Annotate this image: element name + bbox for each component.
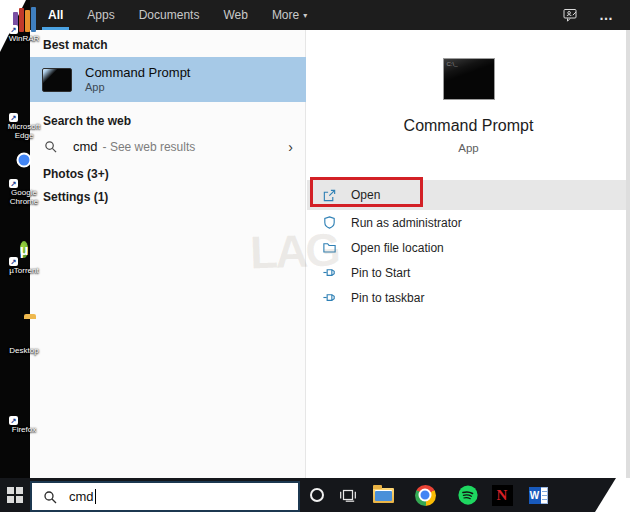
desktop-icon-desktop-folder[interactable]: Desktop xyxy=(2,318,46,355)
chrome-icon xyxy=(415,485,436,506)
best-match-header: Best match xyxy=(43,38,108,52)
action-pin-to-taskbar[interactable]: Pin to taskbar xyxy=(307,285,630,310)
result-command-prompt[interactable]: Command Prompt App xyxy=(30,57,306,102)
pin-icon xyxy=(322,290,339,305)
cortana-icon xyxy=(310,488,324,502)
action-run-as-administrator[interactable]: Run as administrator xyxy=(307,210,630,235)
web-hint-text: - See web results xyxy=(103,140,196,154)
chrome-button[interactable] xyxy=(413,484,437,506)
tab-all[interactable]: All xyxy=(46,0,65,30)
folder-icon xyxy=(322,240,339,255)
search-input-text: cmd xyxy=(69,489,94,504)
tab-list: All Apps Documents Web More▾ xyxy=(30,0,309,30)
tab-documents[interactable]: Documents xyxy=(137,0,202,30)
taskbar: cmd N W xyxy=(0,478,630,512)
shortcut-arrow-icon: ↗ xyxy=(9,25,18,34)
task-view-icon xyxy=(339,487,357,503)
action-label: Pin to Start xyxy=(351,266,410,280)
result-detail-panel: C:\_ Command Prompt App Open Run as admi… xyxy=(307,30,630,478)
settings-group-header[interactable]: Settings (1) xyxy=(43,190,108,204)
start-button[interactable] xyxy=(7,487,23,503)
command-prompt-icon xyxy=(42,68,72,92)
action-list: Open Run as administrator Open file loca… xyxy=(307,180,630,310)
action-pin-to-start[interactable]: Pin to Start xyxy=(307,260,630,285)
utorrent-icon: µ xyxy=(20,241,29,258)
desktop-icon-label: µTorrent xyxy=(2,266,46,275)
word-button[interactable]: W xyxy=(526,484,550,506)
task-view-button[interactable] xyxy=(336,484,360,506)
netflix-button[interactable]: N xyxy=(490,484,514,506)
tab-apps[interactable]: Apps xyxy=(85,0,116,30)
desktop-icon-label: Microsoft Edge xyxy=(2,122,46,140)
text-caret xyxy=(95,489,96,504)
taskbar-search-box[interactable]: cmd xyxy=(30,481,300,512)
action-label: Pin to taskbar xyxy=(351,291,424,305)
desktop-icon-utorrent[interactable]: µ↗ µTorrent xyxy=(2,238,46,275)
search-icon xyxy=(44,140,57,153)
pin-icon xyxy=(322,265,339,280)
cortana-button[interactable] xyxy=(305,484,329,506)
desktop-icon-winrar[interactable]: ↗ WinRAR xyxy=(2,6,46,43)
search-tabs-bar: All Apps Documents Web More▾ … xyxy=(30,0,630,30)
desktop-icon-label: Desktop xyxy=(2,346,46,355)
shield-icon xyxy=(322,215,339,230)
spotify-icon xyxy=(457,484,479,506)
tab-web[interactable]: Web xyxy=(221,0,249,30)
windows-search-flyout-screen: ↗ WinRAR ↗ Microsoft Edge ↗ Google Chrom… xyxy=(0,0,630,512)
shortcut-arrow-icon: ↗ xyxy=(9,179,18,188)
word-icon: W xyxy=(529,487,548,504)
spotify-button[interactable] xyxy=(456,484,480,506)
result-title: Command Prompt xyxy=(85,65,190,81)
action-label: Open xyxy=(351,188,380,202)
photos-group-header[interactable]: Photos (3+) xyxy=(43,167,109,181)
netflix-icon: N xyxy=(492,485,513,506)
detail-subtitle: App xyxy=(307,142,630,154)
chevron-right-icon[interactable]: › xyxy=(288,139,293,155)
command-prompt-icon-large: C:\_ xyxy=(443,58,495,100)
more-options-icon[interactable]: … xyxy=(599,7,614,23)
shortcut-arrow-icon: ↗ xyxy=(9,257,18,266)
action-open-file-location[interactable]: Open file location xyxy=(307,235,630,260)
desktop-icon-edge[interactable]: ↗ Microsoft Edge xyxy=(2,94,46,140)
web-search-result[interactable]: cmd - See web results › xyxy=(30,133,306,160)
open-launch-icon xyxy=(322,188,339,203)
tab-more[interactable]: More▾ xyxy=(270,0,309,30)
search-the-web-header: Search the web xyxy=(43,114,131,128)
shortcut-arrow-icon: ↗ xyxy=(9,113,18,122)
desktop-icon-label: WinRAR xyxy=(2,34,46,43)
search-results-panel: Best match Command Prompt App Search the… xyxy=(30,30,306,478)
feedback-icon[interactable] xyxy=(562,7,579,23)
web-query-text: cmd xyxy=(73,139,98,154)
desktop-icon-chrome[interactable]: ↗ Google Chrome xyxy=(2,160,46,206)
panel-right-edge xyxy=(626,30,630,478)
file-explorer-button[interactable] xyxy=(371,484,395,506)
desktop-background: ↗ WinRAR ↗ Microsoft Edge ↗ Google Chrom… xyxy=(0,0,30,512)
action-label: Open file location xyxy=(351,241,444,255)
result-subtitle: App xyxy=(85,81,190,94)
action-open[interactable]: Open xyxy=(307,180,630,210)
desktop-icon-label: Google Chrome xyxy=(2,188,46,206)
shortcut-arrow-icon: ↗ xyxy=(9,416,18,425)
action-label: Run as administrator xyxy=(351,216,462,230)
desktop-icon-label: Firefox xyxy=(2,425,46,434)
desktop-icon-firefox[interactable]: ↗ Firefox xyxy=(2,397,46,434)
search-icon xyxy=(43,490,57,504)
chevron-down-icon: ▾ xyxy=(303,11,307,20)
file-explorer-icon xyxy=(373,488,394,503)
detail-title: Command Prompt xyxy=(307,117,630,135)
